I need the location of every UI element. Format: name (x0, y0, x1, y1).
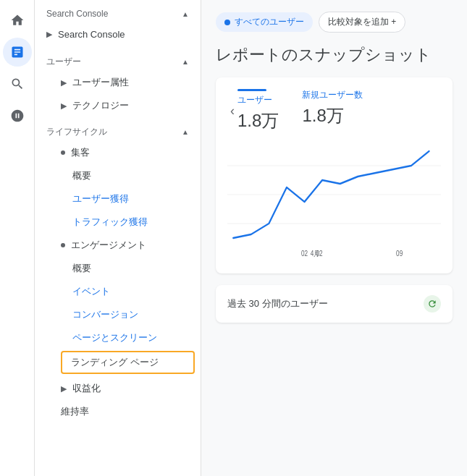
line-chart: 02 02 4月 09 (227, 144, 441, 260)
sidebar-item-retention[interactable]: 維持率 (35, 400, 195, 423)
engagement-overview-label: 概要 (72, 262, 91, 275)
bullet-icon (61, 150, 65, 155)
engagement-label: エンゲージメント (71, 239, 146, 252)
conversions-label: コンバージョン (72, 308, 138, 321)
lifecycle-section-header[interactable]: ライフサイクル ▲ (35, 117, 201, 141)
sidebar-item-engagement-overview[interactable]: 概要 (35, 257, 195, 280)
icon-rail (0, 0, 35, 476)
prev-arrow[interactable]: ‹ (227, 101, 237, 122)
lifecycle-label: ライフサイクル (46, 126, 107, 138)
compare-button[interactable]: 比較対象を追加 + (319, 12, 405, 33)
sidebar-item-pages-screens[interactable]: ページとスクリーン (35, 326, 195, 349)
metric-users-value: 1.8万 (237, 109, 279, 132)
arrow-right-icon: ▶ (61, 101, 67, 111)
top-bar: すべてのユーザー 比較対象を追加 + (216, 12, 453, 33)
reports-icon[interactable] (3, 38, 32, 67)
sidebar-item-acquisition-overview[interactable]: 概要 (35, 164, 195, 187)
search-console-child-label: Search Console (58, 29, 125, 40)
metric-indicator-users (237, 89, 266, 91)
realtime-card: 過去 30 分間のユーザー (216, 285, 453, 323)
user-section-label: ユーザー (46, 56, 81, 68)
all-users-badge[interactable]: すべてのユーザー (216, 12, 313, 32)
chart-metrics: ユーザー 1.8万 新規ユーザー数 1.8万 (237, 89, 441, 132)
report-title: レポートのスナップショット (216, 44, 453, 66)
metric-users-label: ユーザー (237, 94, 279, 106)
sidebar-item-landing-page[interactable]: ランディング ページ (61, 351, 195, 374)
technology-label: テクノロジー (72, 99, 129, 112)
user-attributes-label: ユーザー属性 (72, 76, 129, 89)
user-chevron-up-icon: ▲ (182, 58, 189, 66)
explore-icon[interactable] (3, 69, 32, 98)
acquisition-overview-label: 概要 (72, 169, 91, 182)
sidebar-item-traffic-acquisition[interactable]: トラフィック獲得 (35, 211, 195, 234)
bullet-icon (61, 243, 65, 247)
sidebar: Search Console ▲ ▶ Search Console ユーザー ▲… (35, 0, 201, 476)
search-console-section[interactable]: Search Console ▲ (35, 0, 201, 22)
acquisition-label: 集客 (71, 146, 90, 159)
monetization-label: 収益化 (72, 382, 101, 395)
metric-new-users: 新規ユーザー数 1.8万 (302, 89, 363, 132)
sidebar-item-engagement[interactable]: エンゲージメント (35, 234, 195, 257)
pages-screens-label: ページとスクリーン (72, 331, 157, 344)
sidebar-item-acquisition[interactable]: 集客 (35, 141, 195, 164)
landing-page-label: ランディング ページ (71, 356, 159, 369)
chart-card: ‹ ユーザー 1.8万 新規ユーザー数 1.8万 02 (216, 77, 453, 273)
arrow-right-icon: ▶ (61, 384, 67, 394)
chevron-up-icon: ▲ (182, 10, 189, 18)
arrow-right-icon: ▶ (61, 78, 67, 88)
compare-label: 比較対象を追加 + (328, 16, 396, 28)
svg-text:4月: 4月 (311, 250, 320, 258)
home-icon[interactable] (3, 6, 32, 35)
main-content: すべてのユーザー 比較対象を追加 + レポートのスナップショット ‹ ユーザー … (201, 0, 467, 476)
sidebar-item-monetization[interactable]: ▶ 収益化 (35, 377, 195, 400)
metric-new-users-label: 新規ユーザー数 (302, 89, 363, 101)
arrow-right-icon: ▶ (46, 30, 52, 39)
retention-label: 維持率 (61, 405, 89, 418)
sidebar-item-events[interactable]: イベント (35, 280, 195, 303)
sidebar-item-user-attributes[interactable]: ▶ ユーザー属性 (35, 71, 195, 94)
user-section-header[interactable]: ユーザー ▲ (35, 47, 201, 71)
metric-new-users-value: 1.8万 (302, 104, 363, 127)
user-dot-icon (224, 20, 230, 25)
advertising-icon[interactable] (3, 101, 32, 130)
traffic-acquisition-label: トラフィック獲得 (72, 216, 148, 229)
metric-users: ユーザー 1.8万 (237, 89, 279, 132)
all-users-label: すべてのユーザー (235, 16, 304, 28)
svg-text:09: 09 (396, 250, 403, 258)
lifecycle-chevron-up-icon: ▲ (182, 128, 189, 136)
refresh-icon[interactable] (424, 295, 441, 313)
events-label: イベント (72, 285, 110, 298)
sidebar-item-technology[interactable]: ▶ テクノロジー (35, 94, 195, 117)
chart-header: ‹ ユーザー 1.8万 新規ユーザー数 1.8万 (227, 89, 441, 132)
user-acquisition-label: ユーザー獲得 (72, 192, 129, 205)
sidebar-item-conversions[interactable]: コンバージョン (35, 303, 195, 326)
search-console-child-item[interactable]: ▶ Search Console (35, 22, 201, 47)
svg-text:02: 02 (301, 250, 308, 258)
search-console-label: Search Console (46, 9, 108, 19)
realtime-label: 過去 30 分間のユーザー (227, 297, 328, 310)
sidebar-item-user-acquisition[interactable]: ユーザー獲得 (35, 187, 195, 211)
